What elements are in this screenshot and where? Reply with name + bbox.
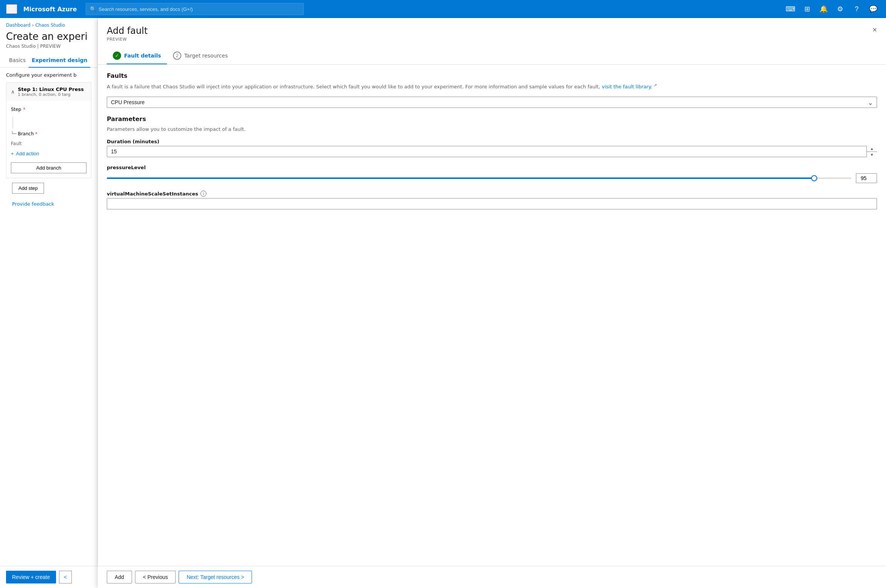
panel-body: Faults A fault is a failure that Chaos S…: [98, 65, 886, 566]
parameters-section: Parameters Parameters allow you to custo…: [107, 115, 877, 210]
breadcrumb-dashboard[interactable]: Dashboard: [6, 23, 30, 28]
fault-select-wrapper: CPU Pressure Memory Pressure Network Lat…: [107, 97, 877, 108]
panel-tabs: ✓ Fault details 2 Target resources: [107, 48, 877, 64]
vmss-label-row: virtualMachineScaleSetInstances i: [107, 191, 877, 197]
slider-row: [107, 173, 877, 183]
main-tabs: Basics Experiment design: [0, 53, 97, 68]
topnav-icons: ⌨ ⊞ 🔔 ⚙ ? 💬: [784, 2, 880, 16]
branch-label: └─ Branch *: [11, 131, 86, 136]
plus-icon: +: [11, 151, 14, 156]
add-button[interactable]: Add: [107, 571, 132, 583]
duration-group: Duration (minutes) ▲ ▼: [107, 139, 877, 157]
help-icon[interactable]: ?: [850, 2, 863, 16]
breadcrumb-chaos-studio[interactable]: Chaos Studio: [35, 23, 65, 28]
step-card: ∧ Step 1: Linux CPU Press 1 branch, 0 ac…: [6, 82, 91, 178]
app-title: Microsoft Azure: [23, 6, 77, 13]
step-body: Step * └─ Branch * Fault + Add action Ad: [6, 101, 91, 178]
experiment-content: Configure your experiment b ∧ Step 1: Li…: [0, 68, 97, 588]
faults-description: A fault is a failure that Chaos Studio w…: [107, 82, 877, 91]
previous-small-button[interactable]: <: [59, 571, 72, 583]
breadcrumb-separator: ›: [32, 23, 34, 28]
search-input[interactable]: [99, 6, 300, 12]
step-title-group: Step 1: Linux CPU Press 1 branch, 0 acti…: [18, 86, 84, 97]
duration-increment-button[interactable]: ▲: [867, 146, 877, 152]
add-step-button[interactable]: Add step: [12, 183, 44, 194]
configure-label: Configure your experiment b: [6, 72, 91, 78]
fault-select[interactable]: CPU Pressure Memory Pressure Network Lat…: [107, 97, 877, 108]
previous-button[interactable]: < Previous: [135, 571, 176, 583]
pressure-level-section: pressureLevel: [107, 165, 877, 183]
external-link-icon: ↗: [654, 83, 657, 87]
duration-label: Duration (minutes): [107, 139, 877, 144]
branch-dash: └─: [11, 131, 16, 136]
vmss-info-icon[interactable]: i: [200, 191, 206, 197]
search-icon: 🔍: [90, 6, 96, 12]
main-area: Dashboard › Chaos Studio Create an exper…: [0, 18, 886, 588]
search-bar: 🔍: [86, 3, 304, 15]
step-subtitle: 1 branch, 0 action, 0 targ: [18, 92, 84, 97]
slider-thumb[interactable]: [811, 175, 817, 181]
parameters-section-title: Parameters: [107, 115, 877, 123]
next-target-resources-button[interactable]: Next: Target resources >: [179, 571, 252, 583]
step-title: Step 1: Linux CPU Press: [18, 86, 84, 92]
step-field: Step *: [11, 105, 86, 112]
tab-basics[interactable]: Basics: [6, 53, 29, 68]
notifications-icon[interactable]: 🔔: [817, 2, 830, 16]
panel-tab-target-resources[interactable]: 2 Target resources: [167, 48, 234, 64]
bottom-bar: Review + create <: [0, 566, 98, 588]
panel-close-button[interactable]: ×: [869, 24, 880, 36]
vmss-input[interactable]: [107, 198, 877, 209]
vmss-group: virtualMachineScaleSetInstances i: [107, 191, 877, 209]
step-label: Step: [11, 107, 21, 112]
target-resources-step-circle: 2: [173, 52, 181, 60]
page-title: Create an experi: [0, 29, 97, 43]
fault-library-link[interactable]: visit the fault library. ↗: [602, 84, 657, 89]
settings-icon[interactable]: ⚙: [833, 2, 847, 16]
branch-text: Branch: [18, 131, 33, 136]
panel-title: Add fault: [107, 26, 877, 36]
target-resources-tab-label: Target resources: [184, 53, 228, 59]
vmss-label: virtualMachineScaleSetInstances: [107, 191, 198, 197]
top-navigation: Microsoft Azure 🔍 ⌨ ⊞ 🔔 ⚙ ? 💬: [0, 0, 886, 18]
parameters-description: Parameters allow you to customize the im…: [107, 126, 877, 133]
step-chevron-icon[interactable]: ∧: [11, 89, 15, 95]
pressure-value-input[interactable]: [856, 173, 877, 183]
add-action-label: Add action: [16, 151, 39, 156]
step-line: [12, 117, 13, 128]
duration-input[interactable]: [107, 146, 877, 157]
branch-required-star: *: [35, 131, 38, 136]
provide-feedback-link[interactable]: Provide feedback: [6, 197, 91, 211]
step-required-star: *: [23, 107, 25, 112]
panel-footer: Add < Previous Next: Target resources >: [98, 566, 886, 588]
fault-details-tab-label: Fault details: [124, 53, 161, 59]
duration-input-wrapper: ▲ ▼: [107, 146, 877, 157]
duration-spinners: ▲ ▼: [866, 146, 877, 157]
fault-label: Fault: [11, 141, 86, 146]
duration-decrement-button[interactable]: ▼: [867, 152, 877, 158]
hamburger-menu-button[interactable]: [6, 4, 17, 14]
add-branch-button[interactable]: Add branch: [11, 162, 86, 173]
faults-section-title: Faults: [107, 72, 877, 79]
breadcrumb: Dashboard › Chaos Studio: [0, 18, 97, 29]
panel-preview-label: PREVIEW: [107, 37, 877, 42]
slider-fill: [107, 177, 814, 179]
side-panel: Add fault PREVIEW × ✓ Fault details 2 Ta…: [98, 18, 886, 588]
tab-experiment-design[interactable]: Experiment design: [29, 53, 90, 68]
cloud-shell-icon[interactable]: ⌨: [784, 2, 797, 16]
pressure-level-label: pressureLevel: [107, 165, 877, 170]
panel-tab-fault-details[interactable]: ✓ Fault details: [107, 48, 167, 64]
portal-settings-icon[interactable]: ⊞: [800, 2, 814, 16]
faults-section: Faults A fault is a failure that Chaos S…: [107, 72, 877, 108]
step-header: ∧ Step 1: Linux CPU Press 1 branch, 0 ac…: [6, 83, 91, 101]
fault-details-step-circle: ✓: [113, 52, 121, 60]
panel-header: Add fault PREVIEW × ✓ Fault details 2 Ta…: [98, 18, 886, 65]
review-create-button[interactable]: Review + create: [6, 571, 56, 583]
feedback-icon[interactable]: 💬: [866, 2, 880, 16]
left-panel: Dashboard › Chaos Studio Create an exper…: [0, 18, 98, 588]
page-subtitle: Chaos Studio | PREVIEW: [0, 43, 97, 53]
add-action-button[interactable]: + Add action: [11, 149, 39, 158]
